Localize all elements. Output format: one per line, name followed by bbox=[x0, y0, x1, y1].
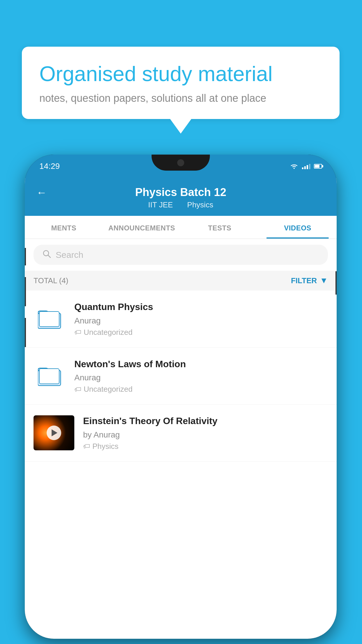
filter-label: FILTER bbox=[291, 276, 317, 285]
video-info-1: Quantum Physics Anurag 🏷 Uncategorized bbox=[74, 301, 328, 337]
video-tag-1: 🏷 Uncategorized bbox=[74, 328, 328, 337]
video-author-1: Anurag bbox=[74, 316, 328, 326]
app-header: ← Physics Batch 12 IIT JEE Physics bbox=[25, 178, 337, 216]
video-thumbnail-3 bbox=[34, 415, 74, 450]
video-title-1: Quantum Physics bbox=[74, 301, 328, 313]
search-container: Search bbox=[25, 239, 337, 271]
list-item[interactable]: Einstein's Theory Of Relativity by Anura… bbox=[25, 405, 337, 462]
volume-down-button bbox=[25, 277, 26, 306]
video-tag-2: 🏷 Uncategorized bbox=[74, 385, 328, 394]
phone-screen: ← Physics Batch 12 IIT JEE Physics MENTS… bbox=[25, 178, 337, 639]
svg-line-2 bbox=[48, 255, 50, 258]
video-list: Quantum Physics Anurag 🏷 Uncategorized bbox=[25, 290, 337, 462]
tag-label-1: Uncategorized bbox=[84, 328, 133, 337]
play-button[interactable] bbox=[47, 426, 61, 440]
silent-button bbox=[25, 318, 26, 347]
subtitle-physics: Physics bbox=[187, 200, 213, 209]
phone-frame: 14:29 bbox=[25, 155, 337, 639]
subtitle-iitjee: IIT JEE bbox=[148, 200, 173, 209]
status-bar: 14:29 bbox=[25, 155, 337, 178]
battery-icon bbox=[314, 164, 322, 169]
video-tag-3: 🏷 Physics bbox=[83, 442, 328, 451]
tag-icon: 🏷 bbox=[74, 385, 81, 393]
tag-icon: 🏷 bbox=[74, 328, 81, 336]
search-placeholder: Search bbox=[56, 250, 83, 260]
video-info-2: Newton's Laws of Motion Anurag 🏷 Uncateg… bbox=[74, 358, 328, 394]
svg-point-0 bbox=[294, 168, 295, 169]
signal-icon bbox=[302, 163, 310, 169]
svg-rect-6 bbox=[39, 369, 59, 384]
power-button bbox=[335, 271, 337, 295]
tab-tests[interactable]: TESTS bbox=[181, 216, 259, 239]
search-icon bbox=[42, 249, 51, 260]
phone-notch bbox=[152, 155, 210, 171]
camera bbox=[177, 159, 184, 166]
folder-icon bbox=[38, 366, 61, 386]
bubble-subtitle: notes, question papers, solutions all at… bbox=[39, 92, 322, 104]
filter-icon: ▼ bbox=[320, 276, 328, 285]
video-title-2: Newton's Laws of Motion bbox=[74, 358, 328, 370]
tag-label-2: Uncategorized bbox=[84, 385, 133, 394]
video-info-3: Einstein's Theory Of Relativity by Anura… bbox=[83, 415, 328, 451]
svg-rect-4 bbox=[39, 312, 59, 327]
volume-up-button bbox=[25, 248, 26, 265]
video-title-3: Einstein's Theory Of Relativity bbox=[83, 415, 328, 427]
total-count: TOTAL (4) bbox=[34, 276, 68, 285]
video-author-2: Anurag bbox=[74, 373, 328, 382]
tag-label-3: Physics bbox=[92, 442, 119, 451]
filter-button[interactable]: FILTER ▼ bbox=[291, 276, 328, 285]
search-bar[interactable]: Search bbox=[34, 245, 328, 265]
folder-icon bbox=[38, 309, 61, 329]
tabs-bar: MENTS ANNOUNCEMENTS TESTS VIDEOS bbox=[25, 216, 337, 239]
screen-subtitle: IIT JEE Physics bbox=[145, 200, 216, 209]
filter-bar: TOTAL (4) FILTER ▼ bbox=[25, 271, 337, 290]
list-item[interactable]: Quantum Physics Anurag 🏷 Uncategorized bbox=[25, 290, 337, 348]
status-icons bbox=[290, 163, 322, 170]
play-triangle-icon bbox=[52, 429, 57, 436]
video-author-3: by Anurag bbox=[83, 430, 328, 440]
wifi-icon bbox=[290, 163, 298, 170]
speech-bubble: Organised study material notes, question… bbox=[22, 47, 340, 119]
bubble-title: Organised study material bbox=[39, 61, 322, 86]
tab-videos[interactable]: VIDEOS bbox=[259, 216, 337, 239]
tab-announcements[interactable]: ANNOUNCEMENTS bbox=[103, 216, 181, 239]
folder-icon-wrap-2 bbox=[34, 366, 66, 386]
status-time: 14:29 bbox=[39, 162, 60, 171]
screen-title: Physics Batch 12 bbox=[135, 186, 226, 199]
tab-ments[interactable]: MENTS bbox=[25, 216, 103, 239]
back-button[interactable]: ← bbox=[36, 186, 47, 199]
list-item[interactable]: Newton's Laws of Motion Anurag 🏷 Uncateg… bbox=[25, 348, 337, 405]
folder-icon-wrap-1 bbox=[34, 309, 66, 329]
tag-icon: 🏷 bbox=[83, 442, 90, 450]
